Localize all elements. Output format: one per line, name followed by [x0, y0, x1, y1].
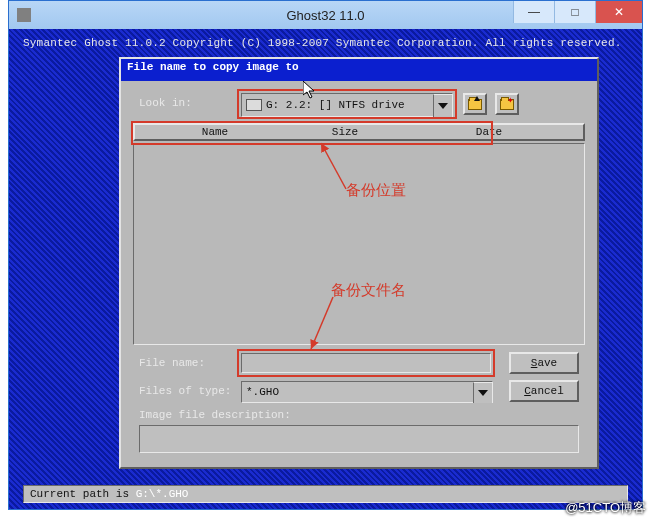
- lookin-label: Look in:: [139, 97, 192, 109]
- maximize-button[interactable]: □: [554, 1, 595, 23]
- app-icon: [17, 8, 31, 22]
- save-button-label: ave: [537, 357, 557, 369]
- window-title: Ghost32 11.0: [286, 8, 364, 23]
- window-controls: — □ ✕: [513, 1, 642, 23]
- app-window: Ghost32 11.0 — □ ✕ Symantec Ghost 11.0.2…: [8, 0, 643, 510]
- chevron-down-icon[interactable]: [473, 382, 492, 403]
- cancel-button[interactable]: Cancel: [509, 380, 579, 402]
- col-date[interactable]: Date: [395, 125, 583, 139]
- cancel-button-label: ancel: [531, 385, 564, 397]
- folder-up-icon: [468, 99, 482, 110]
- save-image-dialog: File name to copy image to Look in: G: 2…: [119, 57, 599, 469]
- file-list-header: Name Size Date: [133, 123, 585, 141]
- dialog-body: Look in: G: 2.2: [] NTFS drive ✦: [121, 81, 597, 467]
- status-path: G:\*.GHO: [136, 488, 189, 500]
- save-button[interactable]: Save: [509, 352, 579, 374]
- filename-label: File name:: [139, 357, 205, 369]
- filetype-value: *.GHO: [246, 386, 279, 398]
- new-folder-icon: ✦: [500, 99, 514, 110]
- dialog-title: File name to copy image to: [121, 59, 597, 81]
- file-list[interactable]: [133, 143, 585, 345]
- drive-icon: [246, 99, 262, 111]
- description-input[interactable]: [139, 425, 579, 453]
- lookin-value: G: 2.2: [] NTFS drive: [266, 99, 405, 111]
- folder-up-button[interactable]: [463, 93, 487, 115]
- new-folder-button[interactable]: ✦: [495, 93, 519, 115]
- watermark: @51CTO博客: [565, 499, 646, 517]
- lookin-dropdown[interactable]: G: 2.2: [] NTFS drive: [241, 93, 453, 117]
- col-name[interactable]: Name: [135, 125, 295, 139]
- close-button[interactable]: ✕: [595, 1, 642, 23]
- filetype-dropdown[interactable]: *.GHO: [241, 381, 493, 403]
- description-label: Image file description:: [139, 409, 291, 421]
- status-bar: Current path is G:\*.GHO: [23, 485, 628, 503]
- status-prefix: Current path is: [30, 488, 136, 500]
- minimize-button[interactable]: —: [513, 1, 554, 23]
- filetype-label: Files of type:: [139, 385, 231, 397]
- col-size[interactable]: Size: [295, 125, 395, 139]
- copyright-text: Symantec Ghost 11.0.2 Copyright (C) 1998…: [23, 37, 628, 49]
- win8-titlebar: Ghost32 11.0 — □ ✕: [9, 1, 642, 29]
- chevron-down-icon[interactable]: [433, 94, 452, 117]
- filename-input[interactable]: [241, 353, 491, 373]
- ghost-desktop: Symantec Ghost 11.0.2 Copyright (C) 1998…: [9, 29, 642, 509]
